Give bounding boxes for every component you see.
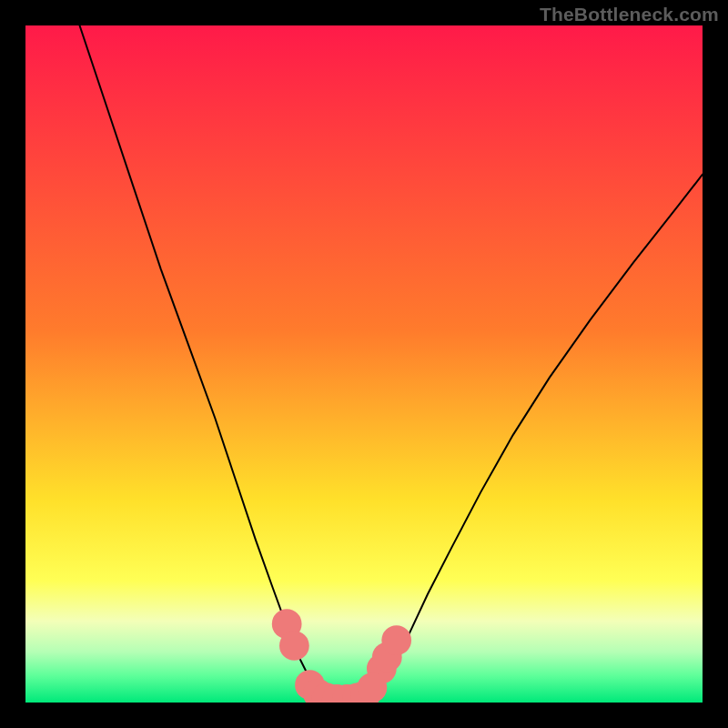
- marker-dot: [279, 631, 309, 661]
- chart-frame: TheBottleneck.com: [0, 0, 728, 728]
- marker-dot: [381, 625, 411, 655]
- plot-area: [25, 25, 703, 703]
- gradient-background: [25, 25, 703, 703]
- marker-dot: [358, 672, 388, 703]
- chart-svg: [25, 25, 703, 703]
- watermark-text: TheBottleneck.com: [540, 4, 719, 25]
